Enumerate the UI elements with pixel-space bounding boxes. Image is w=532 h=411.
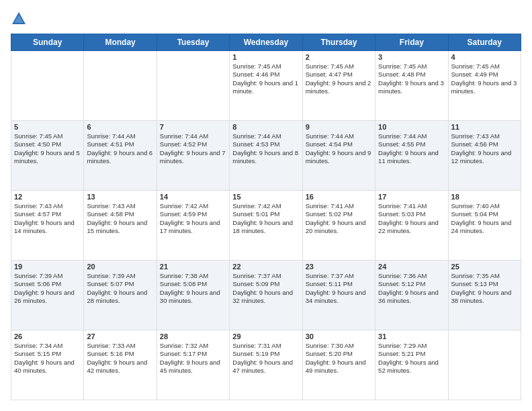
calendar-header-row: SundayMondayTuesdayWednesdayThursdayFrid…	[11, 34, 521, 51]
day-number: 12	[14, 193, 81, 201]
cell-text: Sunrise: 7:29 AM	[378, 342, 445, 350]
calendar-cell: 21Sunrise: 7:38 AMSunset: 5:08 PMDayligh…	[157, 261, 229, 330]
calendar-cell: 18Sunrise: 7:40 AMSunset: 5:04 PMDayligh…	[448, 191, 521, 261]
cell-text: Daylight: 9 hours and 17 minutes.	[160, 219, 226, 236]
cell-text: Sunset: 5:07 PM	[87, 280, 153, 288]
day-header-tuesday: Tuesday	[157, 34, 229, 51]
cell-text: Sunrise: 7:36 AM	[378, 272, 445, 280]
day-number: 5	[14, 123, 81, 131]
cell-text: Sunrise: 7:42 AM	[232, 202, 299, 210]
cell-text: Sunrise: 7:43 AM	[14, 202, 81, 210]
cell-text: Daylight: 9 hours and 8 minutes.	[232, 149, 299, 166]
cell-text: Daylight: 9 hours and 52 minutes.	[378, 359, 445, 375]
calendar-cell: 31Sunrise: 7:29 AMSunset: 5:21 PMDayligh…	[375, 330, 448, 400]
cell-text: Sunset: 5:19 PM	[232, 350, 299, 358]
cell-text: Daylight: 9 hours and 14 minutes.	[14, 219, 81, 236]
day-number: 25	[451, 263, 518, 271]
day-number: 11	[451, 123, 518, 131]
cell-text: Daylight: 9 hours and 7 minutes.	[160, 149, 226, 166]
day-number: 1	[232, 53, 299, 61]
calendar-cell: 6Sunrise: 7:44 AMSunset: 4:51 PMDaylight…	[84, 121, 157, 191]
cell-text: Daylight: 9 hours and 30 minutes.	[160, 289, 226, 306]
cell-text: Sunset: 5:02 PM	[306, 210, 372, 218]
cell-text: Daylight: 9 hours and 49 minutes.	[306, 359, 372, 375]
cell-text: Daylight: 9 hours and 28 minutes.	[87, 289, 153, 306]
cell-text: Sunrise: 7:44 AM	[378, 132, 445, 140]
calendar-cell: 23Sunrise: 7:37 AMSunset: 5:11 PMDayligh…	[302, 261, 375, 330]
cell-text: Sunrise: 7:43 AM	[451, 132, 518, 140]
cell-text: Sunrise: 7:44 AM	[232, 132, 299, 140]
cell-text: Sunset: 4:50 PM	[14, 140, 81, 148]
day-number: 27	[87, 332, 153, 340]
day-header-sunday: Sunday	[11, 34, 84, 51]
day-header-wednesday: Wednesday	[230, 34, 302, 51]
calendar-cell: 4Sunrise: 7:45 AMSunset: 4:49 PMDaylight…	[448, 51, 521, 121]
day-number: 22	[232, 263, 299, 271]
cell-text: Daylight: 9 hours and 6 minutes.	[87, 149, 153, 166]
cell-text: Sunrise: 7:31 AM	[232, 342, 299, 350]
cell-text: Sunset: 5:21 PM	[378, 350, 445, 358]
cell-text: Sunset: 4:56 PM	[451, 140, 518, 148]
day-number: 14	[160, 193, 226, 201]
cell-text: Sunset: 4:57 PM	[14, 210, 81, 218]
cell-text: Daylight: 9 hours and 5 minutes.	[14, 149, 81, 166]
calendar-week-row: 12Sunrise: 7:43 AMSunset: 4:57 PMDayligh…	[11, 191, 521, 261]
calendar-cell	[11, 51, 84, 121]
cell-text: Sunrise: 7:45 AM	[378, 62, 445, 71]
cell-text: Daylight: 9 hours and 26 minutes.	[14, 289, 81, 306]
day-number: 10	[378, 123, 445, 131]
cell-text: Daylight: 9 hours and 24 minutes.	[451, 219, 518, 236]
cell-text: Sunrise: 7:44 AM	[160, 132, 226, 140]
cell-text: Sunset: 4:53 PM	[232, 140, 299, 148]
calendar-cell: 27Sunrise: 7:33 AMSunset: 5:16 PMDayligh…	[84, 330, 157, 400]
cell-text: Sunset: 4:49 PM	[451, 71, 518, 79]
calendar-table: SundayMondayTuesdayWednesdayThursdayFrid…	[11, 34, 521, 400]
calendar-cell: 20Sunrise: 7:39 AMSunset: 5:07 PMDayligh…	[84, 261, 157, 330]
cell-text: Sunset: 5:12 PM	[378, 280, 445, 288]
cell-text: Sunrise: 7:32 AM	[160, 342, 226, 350]
cell-text: Daylight: 9 hours and 11 minutes.	[378, 149, 445, 166]
logo-icon	[11, 11, 27, 27]
day-number: 19	[14, 263, 81, 271]
calendar-cell: 5Sunrise: 7:45 AMSunset: 4:50 PMDaylight…	[11, 121, 84, 191]
cell-text: Daylight: 9 hours and 18 minutes.	[232, 219, 299, 236]
cell-text: Sunset: 5:01 PM	[232, 210, 299, 218]
day-header-saturday: Saturday	[448, 34, 521, 51]
cell-text: Sunrise: 7:38 AM	[160, 272, 226, 280]
cell-text: Sunrise: 7:37 AM	[306, 272, 372, 280]
cell-text: Daylight: 9 hours and 38 minutes.	[451, 289, 518, 306]
header	[11, 11, 521, 27]
cell-text: Sunset: 5:09 PM	[232, 280, 299, 288]
cell-text: Daylight: 9 hours and 40 minutes.	[14, 359, 81, 375]
day-number: 6	[87, 123, 153, 131]
calendar-cell: 28Sunrise: 7:32 AMSunset: 5:17 PMDayligh…	[157, 330, 229, 400]
cell-text: Sunrise: 7:35 AM	[451, 272, 518, 280]
cell-text: Daylight: 9 hours and 9 minutes.	[306, 149, 372, 166]
calendar-cell: 10Sunrise: 7:44 AMSunset: 4:55 PMDayligh…	[375, 121, 448, 191]
day-number: 30	[306, 332, 372, 340]
calendar-cell: 22Sunrise: 7:37 AMSunset: 5:09 PMDayligh…	[230, 261, 302, 330]
calendar-cell	[84, 51, 157, 121]
day-number: 17	[378, 193, 445, 201]
cell-text: Sunrise: 7:40 AM	[451, 202, 518, 210]
cell-text: Daylight: 9 hours and 32 minutes.	[232, 289, 299, 306]
cell-text: Sunset: 5:13 PM	[451, 280, 518, 288]
cell-text: Sunrise: 7:42 AM	[160, 202, 226, 210]
cell-text: Sunset: 5:08 PM	[160, 280, 226, 288]
day-number: 7	[160, 123, 226, 131]
day-number: 24	[378, 263, 445, 271]
cell-text: Daylight: 9 hours and 34 minutes.	[306, 289, 372, 306]
day-number: 26	[14, 332, 81, 340]
calendar-cell: 9Sunrise: 7:44 AMSunset: 4:54 PMDaylight…	[302, 121, 375, 191]
calendar-cell: 2Sunrise: 7:45 AMSunset: 4:47 PMDaylight…	[302, 51, 375, 121]
calendar-cell: 13Sunrise: 7:43 AMSunset: 4:58 PMDayligh…	[84, 191, 157, 261]
day-number: 18	[451, 193, 518, 201]
calendar-cell: 3Sunrise: 7:45 AMSunset: 4:48 PMDaylight…	[375, 51, 448, 121]
cell-text: Sunrise: 7:45 AM	[232, 62, 299, 71]
cell-text: Daylight: 9 hours and 2 minutes.	[306, 79, 372, 96]
calendar-week-row: 5Sunrise: 7:45 AMSunset: 4:50 PMDaylight…	[11, 121, 521, 191]
cell-text: Sunset: 4:54 PM	[306, 140, 372, 148]
day-number: 15	[232, 193, 299, 201]
day-number: 29	[232, 332, 299, 340]
calendar-cell: 14Sunrise: 7:42 AMSunset: 4:59 PMDayligh…	[157, 191, 229, 261]
